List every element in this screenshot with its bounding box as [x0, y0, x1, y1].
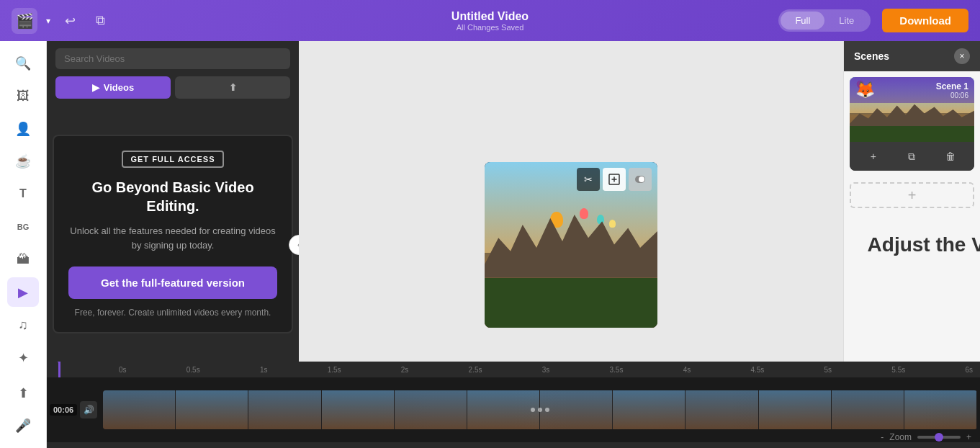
sidebar-item-coffee[interactable]: ☕ [7, 146, 39, 176]
scene-name-bar: 🦊 Scene 1 00:06 [850, 77, 974, 103]
svg-point-2 [639, 176, 644, 182]
scene-copy-button[interactable]: ⧉ [902, 146, 922, 166]
track-frame-7 [540, 390, 613, 429]
media-panel-header [47, 41, 299, 76]
scene-item-1[interactable]: 🎈 🦊 Scene 1 00:06 + ⧉ 🗑 [850, 77, 974, 171]
tab-upload[interactable]: ⬆ [175, 76, 290, 99]
upsell-description: Unlock all the features needed for creat… [68, 224, 277, 252]
scene-add-button[interactable]: + [863, 146, 884, 166]
upsell-cta-button[interactable]: Get the full-featured version [68, 266, 277, 299]
sidebar-item-mic[interactable]: 🎤 [7, 411, 39, 441]
timeline-playhead[interactable] [58, 362, 60, 377]
zoom-label: Zoom [889, 432, 912, 442]
mode-full-button[interactable]: Full [781, 12, 824, 30]
mic-icon: 🎤 [15, 418, 31, 434]
balloon-2 [580, 208, 588, 219]
trees-layer [485, 278, 657, 328]
video-tab-icon: ▶ [92, 82, 99, 93]
track-frame-5 [395, 390, 467, 429]
effects-icon: ✦ [18, 350, 29, 366]
undo-button[interactable]: ↩ [59, 10, 81, 32]
upload-tab-icon: ⬆ [229, 82, 237, 93]
ruler-mark-1-5: 1.5s [328, 366, 341, 374]
resize-icon [608, 174, 620, 185]
media-tabs: ▶ Videos ⬆ [47, 76, 299, 104]
toggle-tool-button[interactable] [629, 168, 652, 191]
tab-videos[interactable]: ▶ Videos [55, 76, 171, 99]
track-frame-9 [685, 390, 758, 429]
track-frame-12 [904, 390, 977, 429]
scene-delete-button[interactable]: 🗑 [940, 146, 961, 166]
music-icon: ♫ [18, 318, 28, 333]
header-center: Untitled Video All Changes Saved [451, 10, 529, 32]
upsell-badge: GET FULL ACCESS [122, 151, 223, 168]
upsell-title: Go Beyond Basic Video Editing. [68, 178, 277, 215]
ruler-mark-1: 1s [260, 366, 268, 374]
sidebar-item-upload[interactable]: ⬆ [7, 378, 39, 408]
resize-tool-button[interactable] [603, 168, 626, 191]
balloon-3 [597, 215, 604, 224]
video-title: Untitled Video [451, 10, 529, 23]
sidebar-item-image[interactable]: 🏔 [7, 245, 39, 274]
coffee-icon: ☕ [15, 153, 31, 169]
track-frame-4 [322, 390, 395, 429]
volume-button[interactable]: 🔊 [80, 401, 97, 418]
video-preview: ✂ [485, 162, 657, 328]
video-play-icon: ▶ [18, 285, 28, 300]
timeline-ruler: 0s 0.5s 1s 1.5s 2s 2.5s 3s 3.5s 4s 4.5s … [47, 362, 980, 377]
video-toolbar: ✂ [577, 168, 652, 191]
track-frame-1 [103, 390, 176, 429]
track-time: 00:06 [50, 404, 77, 416]
track-dots [531, 408, 549, 412]
timeline-track: 00:06 🔊 [47, 377, 980, 442]
sidebar-item-music[interactable]: ♫ [7, 310, 39, 339]
sidebar-item-search[interactable]: 🔍 [7, 48, 39, 78]
add-scene-button[interactable]: + [850, 182, 974, 208]
sidebar-item-effects[interactable]: ✦ [7, 343, 39, 372]
timeline: 0s 0.5s 1s 1.5s 2s 2.5s 3s 3.5s 4s 4.5s … [47, 362, 980, 448]
track-content[interactable] [103, 390, 977, 429]
mode-toggle: Full Lite [778, 9, 871, 32]
ruler-mark-5-5: 5.5s [891, 366, 905, 374]
ruler-mark-0: 0s [119, 366, 127, 374]
track-frame-10 [759, 390, 832, 429]
mode-lite-button[interactable]: Lite [824, 12, 868, 30]
text-icon: T [19, 187, 27, 200]
scene-actions: + ⧉ 🗑 [850, 142, 974, 171]
zoom-handle[interactable] [935, 433, 943, 442]
track-frame-3 [248, 390, 321, 429]
ruler-mark-5: 5s [824, 366, 832, 374]
scenes-close-button[interactable]: × [954, 48, 970, 64]
sidebar-item-person[interactable]: 👤 [7, 114, 39, 143]
image-icon: 🏔 [17, 252, 30, 267]
zoom-slider[interactable] [917, 436, 961, 439]
scene-duration: 00:06 [950, 91, 968, 99]
ruler-mark-3: 3s [542, 366, 550, 374]
copy-button[interactable]: ⧉ [90, 10, 111, 31]
track-dot-1 [531, 408, 535, 412]
search-input[interactable] [55, 48, 290, 69]
logo-icon: 🎬 [16, 12, 34, 30]
upsell-overlay: GET FULL ACCESS Go Beyond Basic Video Ed… [53, 135, 293, 333]
track-frame-2 [176, 390, 248, 429]
timeline-bottom-strip [47, 442, 980, 448]
person-icon: 👤 [15, 121, 31, 137]
logo-dropdown-chevron[interactable]: ▾ [46, 16, 50, 26]
logo-button[interactable]: 🎬 [12, 8, 37, 34]
header-left: 🎬 ▾ ↩ ⧉ [12, 8, 111, 34]
scenes-title: Scenes [854, 50, 889, 62]
sidebar-item-background[interactable]: BG [7, 212, 39, 241]
balloon-4 [609, 220, 616, 228]
background-icon: BG [17, 223, 30, 231]
zoom-plus-button[interactable]: + [966, 432, 971, 442]
zoom-minus-button[interactable]: - [881, 432, 884, 442]
sidebar-item-video[interactable]: ▶ [7, 277, 39, 307]
sidebar-item-text[interactable]: T [7, 179, 39, 209]
download-button[interactable]: Download [882, 9, 968, 32]
ruler-mark-2-5: 2.5s [469, 366, 482, 374]
sidebar-item-media[interactable]: 🖼 [7, 81, 39, 110]
scissors-tool-button[interactable]: ✂ [577, 168, 600, 191]
ruler-mark-6: 6s [965, 366, 973, 374]
scene-label: Scene 1 [936, 81, 968, 91]
track-dot-3 [545, 408, 549, 412]
